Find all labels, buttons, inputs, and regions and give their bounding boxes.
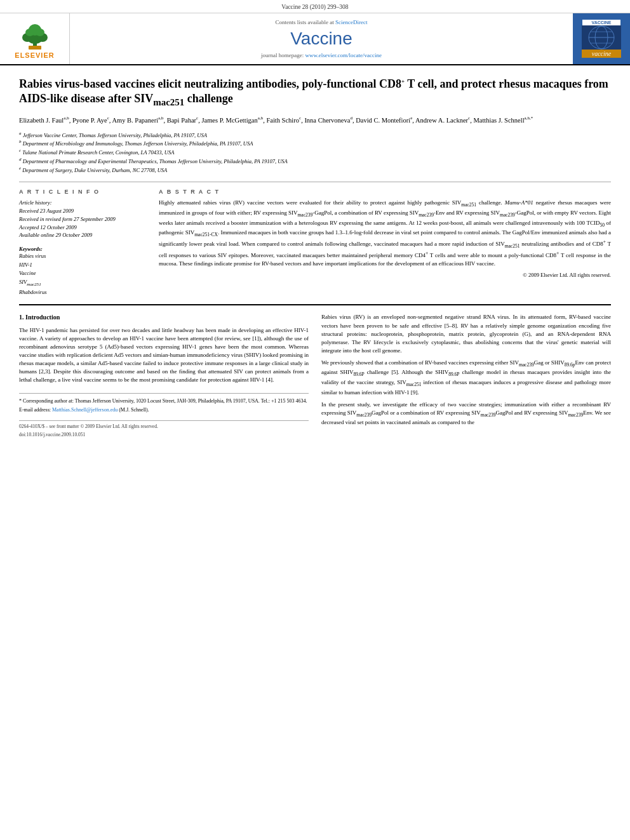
divider-1 — [19, 182, 611, 182]
svg-point-6 — [36, 29, 44, 36]
intro-paragraph-2: Rabies virus (RV) is an enveloped non-se… — [321, 313, 611, 354]
intro-paragraph-3: We previously showed that a combination … — [321, 359, 611, 397]
journal-header-center: Contents lists available at ScienceDirec… — [70, 13, 573, 64]
elsevier-text: ELSEVIER — [15, 51, 54, 59]
vaccine-badge-top: VACCINE — [582, 20, 620, 25]
journal-homepage: journal homepage: www.elsevier.com/locat… — [261, 52, 382, 58]
body-col-right: Rabies virus (RV) is an enveloped non-se… — [321, 313, 611, 438]
vaccine-globe-icon — [582, 25, 621, 50]
body-col-left: 1. Introduction The HIV-1 pandemic has p… — [19, 313, 309, 438]
intro-paragraph-4: In the present study, we investigate the… — [321, 401, 611, 427]
keyword-4: SIVmac251 — [19, 278, 146, 288]
affiliation-c: c Tulane National Primate Research Cente… — [19, 148, 611, 157]
svg-point-5 — [25, 29, 34, 36]
keyword-1: Rabies virus — [19, 252, 146, 261]
elsevier-logo: ELSEVIER — [15, 18, 54, 59]
accepted-date: Accepted 12 October 2009 — [19, 223, 146, 232]
article-info-title: A R T I C L E I N F O — [19, 189, 146, 195]
top-bar: Vaccine 28 (2010) 299–308 — [0, 0, 630, 13]
affiliation-e: e Department of Surgery, Duke University… — [19, 166, 611, 175]
issn-line: 0264-410X/$ – see front matter © 2009 El… — [19, 423, 158, 430]
keywords-title: Keywords: — [19, 246, 146, 252]
elsevier-tree-icon — [16, 18, 54, 50]
available-online-date: Available online 29 October 2009 — [19, 231, 146, 239]
svg-rect-7 — [29, 46, 41, 50]
email-author: (M.J. Schnell). — [119, 407, 149, 413]
doi-line: doi:10.1016/j.vaccine.2009.10.051 — [19, 432, 309, 439]
authors: Elizabeth J. Faula,b, Pyone P. Ayec, Amy… — [19, 115, 611, 125]
keywords-section: Keywords: Rabies virus HIV-1 Vaccine SIV… — [19, 246, 146, 297]
affiliation-b: b Department of Microbiology and Immunol… — [19, 139, 611, 148]
received-date: Received 23 August 2009 — [19, 207, 146, 215]
vaccine-badge-italic: vaccine — [582, 50, 621, 58]
email-label: E-mail address: — [19, 407, 52, 413]
page-container: Vaccine 28 (2010) 299–308 ELSEVIER — [0, 0, 630, 450]
journal-header: ELSEVIER Contents lists available at Sci… — [0, 13, 630, 65]
copyright: © 2009 Elsevier Ltd. All rights reserved… — [159, 272, 611, 278]
email-link[interactable]: Matthias.Schnell@jefferson.edu — [52, 407, 117, 413]
footnote-corresponding: * Corresponding author at: Thomas Jeffer… — [19, 397, 309, 404]
history-label: Article history: — [19, 199, 146, 207]
intro-paragraph-1: The HIV-1 pandemic has persisted for ove… — [19, 326, 309, 384]
article-title: Rabies virus-based vaccines elicit neutr… — [19, 77, 611, 109]
section1-heading: 1. Introduction — [19, 313, 309, 323]
abstract-title: A B S T R A C T — [159, 189, 611, 195]
article-info-abstract: A R T I C L E I N F O Article history: R… — [19, 189, 611, 297]
article-content: Rabies virus-based vaccines elicit neutr… — [0, 65, 630, 450]
footnote-email: E-mail address: Matthias.Schnell@jeffers… — [19, 406, 309, 413]
sciencedirect-link[interactable]: ScienceDirect — [335, 19, 367, 25]
journal-name: Vaccine — [290, 29, 352, 49]
vaccine-badge: VACCINE vaccine — [582, 20, 621, 58]
article-history: Article history: Received 23 August 2009… — [19, 199, 146, 239]
affiliations: a Jefferson Vaccine Center, Thomas Jeffe… — [19, 131, 611, 175]
affiliation-a: a Jefferson Vaccine Center, Thomas Jeffe… — [19, 131, 611, 140]
journal-volume: Vaccine 28 (2010) 299–308 — [281, 4, 348, 10]
divider-2 — [19, 304, 611, 305]
abstract-text: Highly attenuated rabies virus (RV) vacc… — [159, 199, 611, 267]
received-revised-date: Received in revised form 27 September 20… — [19, 215, 146, 223]
sciencedirect-line: Contents lists available at ScienceDirec… — [276, 19, 368, 25]
body-content: 1. Introduction The HIV-1 pandemic has p… — [19, 313, 611, 438]
keyword-3: Vaccine — [19, 269, 146, 278]
keyword-5: Rhabdovirus — [19, 288, 146, 297]
article-info-column: A R T I C L E I N F O Article history: R… — [19, 189, 146, 297]
affiliation-d: d Department of Pharmacology and Experim… — [19, 157, 611, 166]
keyword-2: HIV-1 — [19, 261, 146, 270]
journal-homepage-link[interactable]: www.elsevier.com/locate/vaccine — [305, 52, 382, 58]
footnotes: * Corresponding author at: Thomas Jeffer… — [19, 393, 309, 413]
abstract-column: A B S T R A C T Highly attenuated rabies… — [159, 189, 611, 297]
keywords-list: Rabies virus HIV-1 Vaccine SIVmac251 Rha… — [19, 252, 146, 297]
bottom-bar: 0264-410X/$ – see front matter © 2009 El… — [19, 420, 309, 430]
journal-header-right: VACCINE vaccine — [573, 13, 630, 64]
journal-header-left: ELSEVIER — [0, 13, 70, 64]
